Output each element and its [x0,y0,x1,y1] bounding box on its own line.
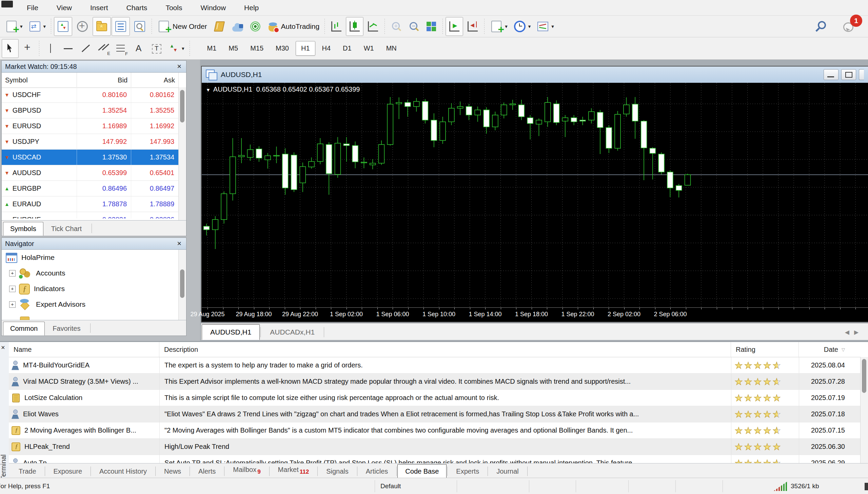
market-watch-row-euraud[interactable]: ▲EURAUD1.788781.78889 [2,196,179,212]
navigator-item-holaprime[interactable]: HolaPrime [2,250,179,265]
menu-item-insert[interactable]: Insert [81,2,117,14]
terminal-tab-exposure[interactable]: Exposure [46,464,90,479]
tile-windows-button[interactable] [423,17,440,36]
chart-tab-nav-arrows[interactable]: ◀▶ [845,329,863,336]
timeframe-h1[interactable]: H1 [296,41,315,56]
chart-shift-button[interactable] [464,17,481,36]
profiles-button[interactable]: ▾ [26,17,48,36]
vertical-line-tool-button[interactable] [42,39,59,58]
candlestick-mode-button[interactable] [346,17,363,36]
market-watch-close-button[interactable]: × [176,63,183,70]
codebase-row[interactable]: MT4-BuildYourGridEAThe expert is a syste… [9,357,861,374]
indicators-list-button[interactable]: ▾ [487,17,510,36]
status-data-usage[interactable]: 3526/1 kb [791,482,819,490]
navigator-tab-common[interactable]: Common [3,322,45,336]
navigator-item-expert-advisors[interactable]: +Expert Advisors [2,297,179,312]
chart-plot[interactable]: ▼AUDUSD,H1 0.65368 0.65402 0.65367 0.653… [202,83,868,307]
terminal-button[interactable] [112,17,130,36]
metaeditor-button[interactable] [210,17,229,36]
fibonacci-tool-button[interactable] [113,39,130,58]
codebase-row[interactable]: Viral MACD Strategy (3.5M+ Views) ...Thi… [9,374,861,390]
market-watch-row-eurusd[interactable]: ▼EURUSD1.169891.16992 [2,118,179,134]
navigator-scrollbar[interactable] [178,250,186,320]
codebase-row[interactable]: HLPeak_TrendHigh/Low Peak Trend★★★★★2025… [9,439,861,455]
scrollbar-thumb[interactable] [862,359,866,393]
navigator-item-accounts[interactable]: +Accounts [2,265,179,281]
data-window-button[interactable] [73,17,92,36]
new-order-button[interactable]: New Order [155,17,210,36]
dropdown-caret-icon[interactable]: ▾ [182,45,184,52]
cursor-tool-button[interactable] [2,39,19,58]
dropdown-caret-icon[interactable]: ▾ [551,23,554,30]
minimize-button[interactable] [824,69,839,80]
menu-item-charts[interactable]: Charts [117,2,157,14]
terminal-tab-mailbox[interactable]: Mailbox9 [225,462,268,479]
expand-plus-icon[interactable]: + [9,286,16,292]
terminal-close-button[interactable]: × [1,344,5,352]
codebase-col-rating[interactable]: Rating [731,342,799,357]
mql5-cloud-button[interactable] [229,17,246,36]
market-watch-row-usdcad[interactable]: ▼USDCAD1.375301.37534 [2,150,179,165]
close-button-partial[interactable] [859,69,864,80]
timeframe-d1[interactable]: D1 [337,41,357,56]
market-watch-row-eurgbp[interactable]: ▲EURGBP0.864960.86497 [2,181,179,196]
market-watch-row-usdjpy[interactable]: ▼USDJPY147.992147.993 [2,134,179,150]
codebase-row[interactable]: Eliot Waves"Eliot Waves" EA draws 2 Tren… [9,406,861,422]
codebase-col-date[interactable]: Date▽ [799,342,861,357]
market-watch-row-gbpusd[interactable]: ▼GBPUSD1.352541.35255 [2,103,179,118]
search-button[interactable] [814,17,831,36]
codebase-row[interactable]: Auto TpSet Auto TP and SL:Automatically … [9,455,861,463]
dropdown-caret-icon[interactable]: ▾ [20,23,23,30]
dropdown-caret-icon[interactable]: ▾ [505,23,508,30]
line-chart-mode-button[interactable] [364,17,382,36]
market-watch-button[interactable] [54,17,72,36]
expand-plus-icon[interactable]: + [9,270,16,277]
strategy-tester-button[interactable] [131,17,149,36]
new-chart-button[interactable]: ▾ [2,17,25,36]
terminal-tab-journal[interactable]: Journal [489,464,527,479]
terminal-tab-signals[interactable]: Signals [318,464,356,479]
market-watch-row-audusd[interactable]: ▼AUDUSD0.653990.65401 [2,165,179,181]
timeframe-h4[interactable]: H4 [317,41,336,56]
terminal-tab-articles[interactable]: Articles [358,464,396,479]
terminal-tab-trade[interactable]: Trade [11,464,44,479]
menu-item-view[interactable]: View [47,2,81,14]
menu-item-help[interactable]: Help [235,2,268,14]
equidistant-channel-tool-button[interactable] [95,39,112,58]
periodicity-button[interactable]: ▾ [511,17,533,36]
terminal-tab-market[interactable]: Market112 [270,462,317,479]
timeframe-mn[interactable]: MN [381,41,402,56]
templates-button[interactable]: ▾ [534,17,556,36]
timeframe-m15[interactable]: M15 [245,41,269,56]
menu-item-tools[interactable]: Tools [156,2,191,14]
scrollbar-thumb[interactable] [180,90,184,122]
codebase-row[interactable]: LotSize CalculationThis is a simple scri… [9,390,861,406]
terminal-scrollbar[interactable] [860,357,868,463]
auto-scroll-button[interactable] [446,17,463,36]
maximize-button[interactable] [841,69,856,80]
autotrading-button[interactable]: AutoTrading [264,17,322,36]
menu-item-file[interactable]: File [18,2,47,14]
navigator-button[interactable] [93,17,111,36]
chart-tab-audcadx-h1[interactable]: AUDCADx,H1 [261,324,323,340]
terminal-tab-news[interactable]: News [156,464,189,479]
terminal-tab-code-base[interactable]: Code Base [397,464,447,479]
notifications-button[interactable]: 1 [840,17,857,36]
expand-plus-icon[interactable]: + [9,301,16,308]
dropdown-caret-icon[interactable]: ▾ [43,23,46,30]
text-label-tool-button[interactable] [148,39,165,58]
navigator-item-indicators[interactable]: +Indicators [2,281,179,297]
bar-chart-mode-button[interactable] [328,17,345,36]
menu-item-window[interactable]: Window [191,2,235,14]
market-watch-tab-tick-chart[interactable]: Tick Chart [44,222,89,236]
status-profile[interactable]: Default [380,482,401,490]
chart-tab-audusd-h1[interactable]: AUDUSD,H1 [202,324,260,340]
codebase-row[interactable]: 2 Moving Averages with Bollinger B..."2 … [9,422,861,439]
market-watch-tab-symbols[interactable]: Symbols [3,222,43,236]
navigator-tab-favorites[interactable]: Favorites [45,322,87,336]
signals-service-button[interactable] [247,17,264,36]
crosshair-tool-button[interactable] [19,39,36,58]
scrollbar-thumb[interactable] [180,269,184,298]
terminal-tab-alerts[interactable]: Alerts [191,464,223,479]
market-watch-scrollbar[interactable] [178,87,186,220]
